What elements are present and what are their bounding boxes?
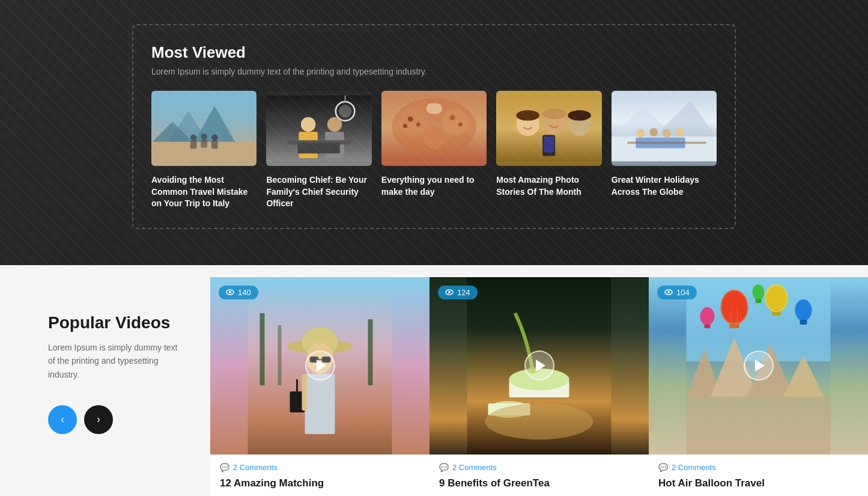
view-badge-3: 104 [657,286,697,299]
most-viewed-cards-row: Avoiding the Most Common Travel Mistake … [151,91,717,210]
svg-point-27 [416,122,420,126]
svg-rect-10 [211,141,218,148]
svg-rect-99 [756,299,762,303]
prev-button[interactable]: ‹ [48,405,77,434]
svg-point-7 [211,135,218,141]
view-badge-2: 124 [438,286,478,299]
svg-point-17 [327,117,342,132]
svg-point-30 [458,122,463,126]
next-button[interactable]: › [84,405,113,434]
svg-rect-85 [687,396,831,455]
chat-icon-2: 💬 [439,463,449,472]
most-viewed-card-1[interactable]: Avoiding the Most Common Travel Mistake … [151,91,256,210]
video-meta-3: 💬 2 Comments Hot Air Balloon Travel [649,455,868,496]
svg-rect-52 [260,313,265,385]
svg-rect-9 [201,139,207,147]
eye-icon-3 [664,289,673,295]
popular-videos-desc: Lorem Ipsum is simply dummy text of the … [48,341,186,381]
svg-point-36 [517,110,540,121]
comments-line-1: 💬 2 Comments [220,463,420,472]
eye-icon-2 [445,289,454,295]
video-title-3: Hot Air Balloon Travel [658,477,858,490]
svg-point-78 [448,291,451,293]
most-viewed-box: Most Viewed Lorem Ipsum is simply dummy … [132,24,736,229]
svg-point-15 [301,117,316,132]
svg-point-94 [795,299,812,321]
svg-rect-40 [544,136,554,152]
card-5-title: Great Winter Holidays Across The Globe [612,174,717,198]
most-viewed-card-3[interactable]: Everything you need to make the day [381,91,487,210]
eye-icon-1 [226,289,234,295]
svg-rect-20 [298,143,340,154]
comments-line-2: 💬 2 Comments [439,463,639,472]
svg-point-46 [649,128,658,136]
popular-videos-info: Popular Videos Lorem Ipsum is simply dum… [0,265,210,496]
play-button-2[interactable] [524,351,554,381]
svg-point-25 [422,126,446,150]
svg-rect-95 [800,320,807,325]
svg-rect-61 [305,374,335,434]
svg-rect-97 [705,324,711,328]
svg-point-48 [676,128,684,136]
svg-point-37 [542,109,566,120]
svg-point-38 [568,110,591,121]
svg-rect-64 [302,375,307,411]
svg-point-13 [339,105,351,117]
video-card-1[interactable]: 140 💬 2 Comments 12 Amazing Matching [210,277,429,496]
bottom-section: Popular Videos Lorem Ipsum is simply dum… [0,265,868,496]
svg-point-23 [398,107,428,136]
card-5-image [612,91,717,166]
svg-point-26 [408,117,413,122]
video-thumb-3: 104 [649,277,868,455]
svg-point-98 [753,284,765,300]
most-viewed-title: Most Viewed [151,43,717,62]
card-2-image [266,91,371,166]
most-viewed-card-4[interactable]: Most Amazing Photo Stories Of The Month [496,91,601,210]
card-1-image [151,91,256,166]
svg-point-5 [190,135,197,141]
svg-point-45 [636,129,645,138]
svg-rect-53 [368,319,373,385]
video-meta-1: 💬 2 Comments 12 Amazing Matching [210,455,429,496]
video-title-2: 9 Benefits of GreenTea [439,477,639,490]
video-cards-row: 140 💬 2 Comments 12 Amazing Matching [210,265,868,496]
svg-point-6 [201,133,207,140]
card-2-title: Becoming Chief: Be Your Family's Chief S… [266,174,371,210]
comments-line-3: 💬 2 Comments [658,463,858,472]
svg-rect-54 [278,325,282,385]
card-1-title: Avoiding the Most Common Travel Mistake … [151,174,256,210]
most-viewed-subtitle: Lorem Ipsum is simply dummy text of the … [151,67,717,76]
popular-videos-title: Popular Videos [48,313,186,332]
video-thumb-2: 124 [429,277,649,455]
svg-point-96 [700,307,715,325]
view-badge-1: 140 [219,286,258,299]
play-button-1[interactable] [305,351,335,381]
svg-rect-8 [190,141,197,148]
card-4-title: Most Amazing Photo Stories Of The Month [496,174,601,198]
svg-point-24 [442,109,469,135]
video-thumb-1: 140 [210,277,429,455]
svg-point-101 [667,291,670,293]
chat-icon-3: 💬 [658,463,668,472]
video-card-2[interactable]: 124 💬 2 Comments 9 Benefits of GreenTea [429,277,649,496]
svg-rect-31 [426,103,442,114]
video-meta-2: 💬 2 Comments 9 Benefits of GreenTea [429,455,649,496]
chat-icon-1: 💬 [220,463,229,472]
most-viewed-card-5[interactable]: Great Winter Holidays Across The Globe [612,91,717,210]
most-viewed-card-2[interactable]: Becoming Chief: Be Your Family's Chief S… [266,91,371,210]
svg-point-66 [229,291,231,293]
card-3-image [381,91,487,166]
video-title-1: 12 Amazing Matching [220,477,420,490]
card-4-image [496,91,601,166]
play-button-3[interactable] [744,351,774,381]
nav-buttons: ‹ › [48,405,186,434]
svg-point-28 [403,124,407,128]
top-section: Most Viewed Lorem Ipsum is simply dummy … [0,0,868,265]
svg-point-29 [450,115,455,120]
svg-point-47 [663,129,671,138]
card-3-title: Everything you need to make the day [381,174,487,198]
video-card-3[interactable]: 104 💬 2 Comments Hot Air Balloon Travel [649,277,868,496]
